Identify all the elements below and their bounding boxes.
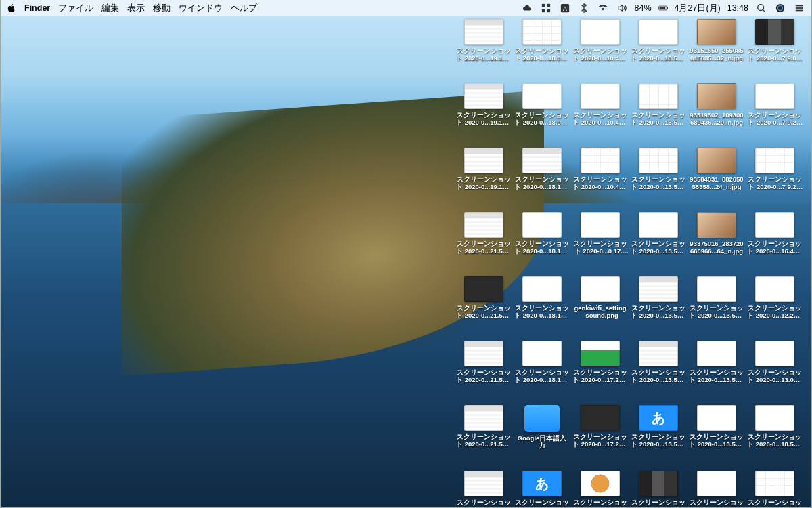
input-source-icon[interactable]: A xyxy=(559,3,571,13)
file-thumbnail[interactable] xyxy=(697,276,736,302)
volume-icon[interactable] xyxy=(616,3,628,13)
file-thumbnail[interactable] xyxy=(581,471,620,496)
desktop-item[interactable]: スクリーンショット 2020-0...18.14.09 xyxy=(514,148,570,190)
file-thumbnail[interactable] xyxy=(639,276,678,302)
desktop-item[interactable]: スクリーンショット 2020-0...13.56.52 xyxy=(689,341,744,383)
file-thumbnail[interactable] xyxy=(755,212,794,238)
file-thumbnail[interactable] xyxy=(464,276,503,302)
file-thumbnail[interactable] xyxy=(755,148,794,173)
desktop-item[interactable]: スクリーンショット 2020-0...10.43.05 xyxy=(572,19,628,62)
desktop-item[interactable]: スクリーンショット 2020-0...10.43.27 xyxy=(572,83,628,126)
file-thumbnail[interactable] xyxy=(697,471,736,496)
desktop-item[interactable]: スクリーンショット 2020-0...13.57.19 xyxy=(631,19,686,62)
desktop-item[interactable]: スクリーンショット 2020-0...18.14.22 xyxy=(514,212,570,255)
app-grid-icon[interactable] xyxy=(540,3,552,13)
file-thumbnail[interactable] xyxy=(464,341,503,366)
desktop-item[interactable]: スクリーンショット 2020-0...13.56.47 xyxy=(689,276,744,319)
file-thumbnail[interactable] xyxy=(581,19,620,45)
file-thumbnail[interactable] xyxy=(464,148,503,173)
desktop-item[interactable]: スクリーンショット 2020-0...19.19.46 xyxy=(456,148,512,190)
spotlight-icon[interactable] xyxy=(755,3,767,13)
file-thumbnail[interactable] xyxy=(755,276,794,302)
desktop-item[interactable]: スクリーンショット 2020-0...13.58.19 xyxy=(631,341,686,383)
wifi-icon[interactable] xyxy=(597,3,609,13)
desktop-item[interactable]: スクリーンショット 2020-0...18.09.12 xyxy=(514,83,570,126)
file-thumbnail[interactable] xyxy=(697,19,736,45)
file-thumbnail[interactable] xyxy=(755,471,794,496)
file-thumbnail[interactable] xyxy=(697,148,736,173)
desktop-item[interactable]: スクリーンショット 2020-0...21.55.44 xyxy=(456,212,512,255)
desktop-item[interactable]: スクリーンショット 2020-0...18.15.24 xyxy=(514,341,570,383)
file-thumbnail[interactable] xyxy=(639,405,678,431)
file-thumbnail[interactable] xyxy=(522,83,562,109)
file-thumbnail[interactable] xyxy=(581,276,620,302)
battery-percent[interactable]: 84% xyxy=(635,3,652,13)
desktop-item[interactable]: スクリーンショット 2020-0...21.56.56 xyxy=(456,471,512,508)
file-thumbnail[interactable] xyxy=(639,341,678,366)
active-app-name[interactable]: Finder xyxy=(24,3,50,13)
desktop-item[interactable]: 93375016_283720660966...64_n.jpg xyxy=(689,212,744,255)
file-thumbnail[interactable] xyxy=(697,212,736,238)
file-thumbnail[interactable] xyxy=(697,83,736,109)
file-thumbnail[interactable] xyxy=(639,83,678,109)
time-text[interactable]: 13:48 xyxy=(727,3,748,13)
file-thumbnail[interactable] xyxy=(697,405,736,431)
desktop-item[interactable]: スクリーンショット 2020-0...10.44.11 xyxy=(572,148,628,190)
desktop-item[interactable]: スクリーンショット 2020-0...12.27.56 xyxy=(747,276,803,319)
battery-icon[interactable] xyxy=(658,3,668,13)
file-thumbnail[interactable] xyxy=(639,212,678,238)
file-thumbnail[interactable] xyxy=(581,148,620,173)
menu-go[interactable]: 移動 xyxy=(153,3,171,14)
desktop-item[interactable]: スクリーンショット 2020-0...19.18.41 xyxy=(456,19,512,62)
file-thumbnail[interactable] xyxy=(522,19,562,45)
desktop-item[interactable]: スクリーンショット 2020-0...13.57.42 xyxy=(631,212,686,255)
file-thumbnail[interactable] xyxy=(522,341,562,366)
desktop-item[interactable]: スクリーンショット 2020-0...18.56.32 xyxy=(747,471,803,508)
desktop-item[interactable]: スクリーンショット 2020-0...19.18.57 xyxy=(456,83,512,126)
desktop-item[interactable]: スクリーンショット 2020-0...13.02.10 xyxy=(747,341,803,383)
desktop-item[interactable]: スクリーンショット 2020-0...13.58.30 xyxy=(631,148,686,190)
desktop-item[interactable]: スクリーンショット 2020-0...21.55.49 xyxy=(456,276,512,319)
desktop-item[interactable]: スクリーンショット 2020-0...13.57.50 xyxy=(631,276,686,319)
file-thumbnail[interactable] xyxy=(639,148,678,173)
desktop-item[interactable]: スクリーンショット 2020-0...10.38.20 xyxy=(631,471,686,508)
file-thumbnail[interactable] xyxy=(755,19,794,45)
desktop-item[interactable]: スクリーンショット 2020-0...21.56.11 xyxy=(456,341,512,383)
desktop[interactable]: スクリーンショット 2020-0...19.18.41スクリーンショット 202… xyxy=(0,19,803,504)
menu-window[interactable]: ウインドウ xyxy=(179,3,223,14)
file-thumbnail[interactable] xyxy=(581,83,620,109)
file-thumbnail[interactable] xyxy=(522,276,562,302)
siri-icon[interactable] xyxy=(774,3,786,13)
menu-file[interactable]: ファイル xyxy=(58,3,93,14)
desktop-item[interactable]: 93151650_255085815685...32_n.jpg xyxy=(689,19,744,62)
desktop-item[interactable]: スクリーンショット 2020-0...13.56.57 xyxy=(689,405,744,449)
file-thumbnail[interactable] xyxy=(522,471,562,496)
file-thumbnail[interactable] xyxy=(522,148,562,173)
notification-center-icon[interactable] xyxy=(793,3,805,13)
file-thumbnail[interactable] xyxy=(464,405,503,431)
desktop-item[interactable]: スクリーンショット 2020-0...7 9.28.20 xyxy=(747,148,803,190)
desktop-item[interactable]: Google日本語入力 xyxy=(514,405,570,449)
file-thumbnail[interactable] xyxy=(464,212,503,238)
desktop-item[interactable]: 93584831_88265058558...24_n.jpg xyxy=(689,148,744,190)
menu-view[interactable]: 表示 xyxy=(127,3,145,14)
file-thumbnail[interactable] xyxy=(639,471,678,496)
bluetooth-icon[interactable] xyxy=(578,3,590,13)
menu-edit[interactable]: 編集 xyxy=(102,3,119,14)
desktop-item[interactable]: スクリーンショット 2020-0...18.56.21 xyxy=(747,405,803,449)
desktop-item[interactable]: スクリーンショット 2020-0...17.23.37 xyxy=(572,405,628,449)
desktop-item[interactable]: スクリーンショット 2020-0...13.57.10 xyxy=(689,471,744,508)
file-thumbnail[interactable] xyxy=(581,212,620,238)
desktop-item[interactable]: スクリーンショット 2020-0...7 9.04.34 xyxy=(747,19,803,62)
desktop-item[interactable]: スクリーンショット 2020-0...0 17.19.14 xyxy=(572,212,628,255)
apple-menu-icon[interactable] xyxy=(7,3,16,13)
folder-icon[interactable] xyxy=(524,405,560,432)
file-thumbnail[interactable] xyxy=(464,19,503,45)
file-thumbnail[interactable] xyxy=(522,212,562,238)
desktop-item[interactable]: genkiwifi_setting_sound.png xyxy=(572,276,628,319)
desktop-item[interactable]: スクリーンショット 2020-0...16.41.46 xyxy=(747,212,803,255)
desktop-item[interactable]: スクリーンショット 2020-0...13.57.28 xyxy=(631,83,686,126)
file-thumbnail[interactable] xyxy=(755,83,794,109)
desktop-item[interactable]: スクリーンショット 2020-0...17.41.35 xyxy=(572,471,628,508)
desktop-item[interactable]: スクリーンショット 2020-0...21.56.19 xyxy=(456,405,512,449)
